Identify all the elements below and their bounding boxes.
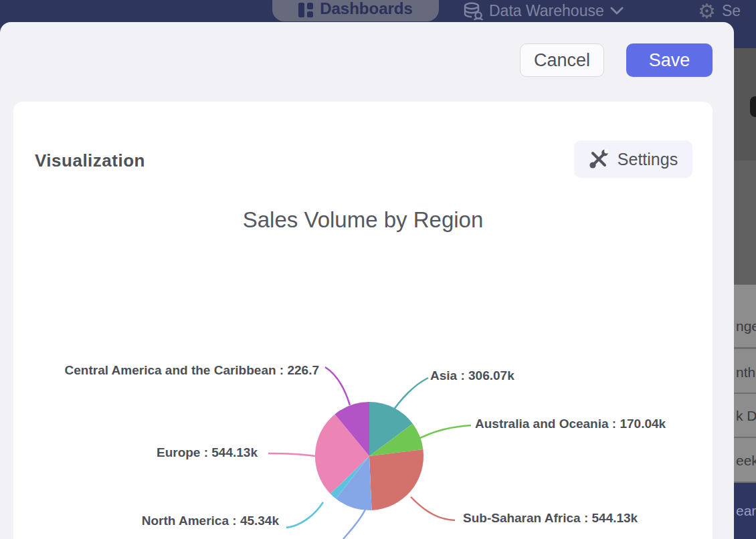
visualization-card: Visualization Settings Sales Volume by R…	[13, 102, 713, 539]
menu-item-range[interactable]	[734, 285, 756, 347]
pie-label-australia: Australia and Oceania : 170.04k	[475, 417, 666, 431]
occluded-dark-button[interactable]	[750, 96, 756, 117]
tab-dashboards[interactable]: Dashboards	[272, 0, 439, 21]
menu-fragment-range: nge	[736, 318, 756, 334]
nav-item-settings[interactable]: ⚙ Se	[698, 0, 741, 22]
database-icon	[463, 2, 483, 21]
pie-label-europe: Europe : 544.13k	[157, 445, 258, 460]
visualization-modal: Cancel Save Visualization Settings Sales…	[0, 22, 734, 539]
save-button[interactable]: Save	[626, 43, 713, 77]
tab-dashboards-label: Dashboards	[320, 0, 413, 18]
dimmed-background-band-2	[734, 160, 756, 284]
leader-line-europe	[268, 453, 315, 456]
nav-data-warehouse-label: Data Warehouse	[489, 2, 604, 20]
pie-label-central-america: Central America and the Caribbean : 226.…	[65, 363, 319, 378]
cancel-button[interactable]: Cancel	[520, 43, 604, 77]
nav-item-data-warehouse[interactable]: Data Warehouse	[463, 0, 624, 22]
pie-chart[interactable]	[13, 102, 713, 539]
chevron-down-icon	[610, 7, 624, 15]
nav-settings-label-partial: Se	[722, 2, 741, 20]
pie-label-asia: Asia : 306.07k	[430, 368, 514, 383]
dashboards-icon	[298, 3, 313, 17]
menu-fragment-month: nth	[736, 364, 755, 381]
leader-line-offscreen	[343, 510, 365, 539]
menu-fragment-week: eek	[736, 453, 756, 469]
leader-line-centralamerica	[325, 367, 350, 405]
menu-fragment-year: ear	[736, 503, 756, 519]
leader-line-africa	[411, 497, 455, 520]
leader-line-northamerica	[286, 502, 323, 528]
pie-label-sub-saharan-africa: Sub-Saharan Africa : 544.13k	[463, 511, 638, 526]
menu-fragment-weekday: k D	[736, 408, 756, 424]
gear-icon: ⚙	[698, 1, 716, 21]
pie-slices[interactable]	[315, 402, 423, 510]
pie-label-north-america: North America : 45.34k	[142, 514, 279, 528]
leader-line-australia	[415, 425, 471, 441]
leader-line-asia	[391, 378, 428, 413]
